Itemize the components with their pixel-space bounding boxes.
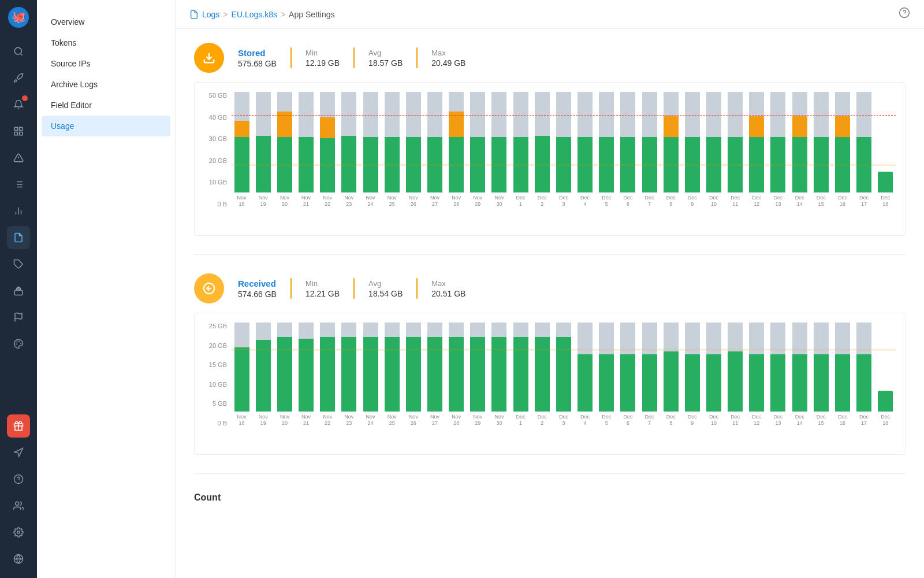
nav-item-source-ips[interactable]: Source IPs [37, 53, 175, 74]
bar-label: Dec 16 [832, 414, 852, 427]
nav-list[interactable] [7, 173, 30, 196]
app-logo[interactable]: 🐙 [7, 6, 30, 29]
bar-label: Dec 15 [811, 414, 831, 427]
bar-segment-green [406, 337, 421, 412]
y-axis-label: 25 GB [204, 323, 227, 329]
nav-search[interactable] [7, 40, 30, 63]
bar-col: Nov 27 [424, 92, 445, 208]
nav-item-tokens[interactable]: Tokens [37, 32, 175, 53]
breadcrumb-eu-logs[interactable]: EU.Logs.k8s [232, 10, 277, 19]
bar-col: Dec 10 [703, 92, 724, 208]
bar-segment-green [363, 137, 378, 192]
bar-col: Nov 30 [489, 323, 509, 427]
nav-warning[interactable] [7, 146, 30, 169]
bar-label: Nov 22 [318, 414, 338, 427]
stored-avg-value: 18.57 GB [368, 58, 403, 68]
bar-segment-green [277, 337, 292, 412]
bar-col: Dec 8 [661, 323, 681, 427]
bar-segment-gray [599, 323, 614, 354]
bar-segment-green [513, 137, 528, 192]
received-min-value: 12.21 GB [305, 289, 340, 298]
bar-segment-gray [728, 92, 743, 137]
nav-item-overview[interactable]: Overview [37, 12, 175, 32]
bar-segment-orange [277, 112, 292, 137]
bar-label: Dec 5 [597, 414, 617, 427]
bar-col: Dec 9 [682, 92, 702, 208]
stored-chart: 50 GB40 GB30 GB20 GB10 GB0 BNov 18Nov 19… [194, 82, 906, 236]
y-axis-label: 40 GB [204, 114, 227, 121]
nav-item-archive-logs[interactable]: Archive Logs [37, 74, 175, 95]
nav-palette[interactable] [7, 332, 30, 355]
bar-segment-green [341, 136, 356, 192]
received-max-label: Max [431, 279, 446, 288]
bar-segment-orange [234, 121, 249, 137]
nav-alerts[interactable] [7, 93, 30, 116]
bar-segment-green [835, 137, 850, 192]
nav-doc[interactable] [7, 226, 30, 249]
stored-label: Stored [238, 48, 266, 58]
bar-col: Dec 13 [768, 92, 788, 208]
received-header: Received 574.66 GB Min 12.21 GB Avg 18.5… [194, 273, 906, 303]
bar-col: Dec 3 [553, 323, 573, 427]
stored-min-group: Min 12.19 GB [305, 49, 340, 68]
bar-segment-green [256, 136, 271, 192]
nav-megaphone[interactable] [7, 441, 30, 464]
nav-chart[interactable] [7, 199, 30, 223]
nav-users[interactable] [7, 494, 30, 517]
bar-col: Nov 19 [253, 323, 273, 427]
bar-label: Dec 10 [703, 414, 724, 427]
received-max-group: Max 20.51 GB [431, 279, 465, 298]
bar-segment-gray [320, 323, 335, 337]
nav-rocket[interactable] [7, 66, 30, 90]
bar-col: Nov 21 [296, 323, 316, 427]
bar-segment-gray [664, 92, 679, 116]
nav-robot[interactable] [7, 279, 30, 302]
bar-col: Dec 6 [618, 323, 638, 427]
bar-segment-green [664, 137, 679, 192]
bar-label: Dec 18 [875, 195, 896, 208]
bar-label: Dec 5 [597, 195, 617, 208]
bar-segment-green [620, 354, 635, 412]
nav-flag[interactable] [7, 306, 30, 329]
bar-label: Nov 19 [253, 414, 273, 427]
nav-item-usage[interactable]: Usage [42, 116, 170, 136]
received-section: Received 574.66 GB Min 12.21 GB Avg 18.5… [194, 273, 906, 455]
bar-segment-gray [320, 92, 335, 117]
bar-col: Dec 5 [597, 92, 617, 208]
bar-col: Nov 25 [382, 92, 402, 208]
bar-segment-gray [470, 323, 485, 337]
bar-label: Nov 30 [489, 414, 509, 427]
breadcrumb-logs[interactable]: Logs [202, 10, 219, 19]
icon-sidebar: 🐙 [0, 0, 37, 578]
bar-label: Dec 3 [553, 195, 573, 208]
bar-segment-green [706, 137, 721, 192]
bar-segment-gray [234, 323, 249, 347]
bar-segment-green [256, 340, 271, 412]
nav-puzzle[interactable] [7, 253, 30, 276]
bar-segment-gray [706, 92, 721, 137]
nav-help-bottom[interactable] [7, 468, 30, 491]
help-icon[interactable] [899, 7, 910, 21]
bar-label: Nov 26 [403, 414, 423, 427]
bar-col: Dec 6 [618, 92, 638, 208]
stored-min-value: 12.19 GB [305, 58, 340, 68]
bar-label: Dec 17 [854, 195, 874, 208]
stored-section: Stored 575.68 GB Min 12.19 GB Avg 18.57 … [194, 43, 906, 236]
received-icon [194, 273, 224, 303]
bar-segment-green [491, 137, 506, 192]
bar-label: Dec 8 [661, 195, 681, 208]
nav-globe[interactable] [7, 547, 30, 570]
bar-col: Dec 14 [789, 323, 810, 427]
nav-gift[interactable] [7, 414, 30, 438]
nav-item-field-editor[interactable]: Field Editor [37, 95, 175, 116]
bar-label: Nov 25 [382, 195, 402, 208]
bar-segment-gray [814, 92, 829, 137]
bar-label: Dec 14 [789, 195, 810, 208]
nav-settings[interactable] [7, 521, 30, 544]
bar-label: Dec 4 [575, 195, 595, 208]
nav-grid[interactable] [7, 120, 30, 143]
bar-segment-green [385, 137, 400, 192]
bar-segment-gray [385, 92, 400, 137]
bar-col: Nov 28 [446, 323, 467, 427]
bar-segment-gray [856, 92, 871, 137]
